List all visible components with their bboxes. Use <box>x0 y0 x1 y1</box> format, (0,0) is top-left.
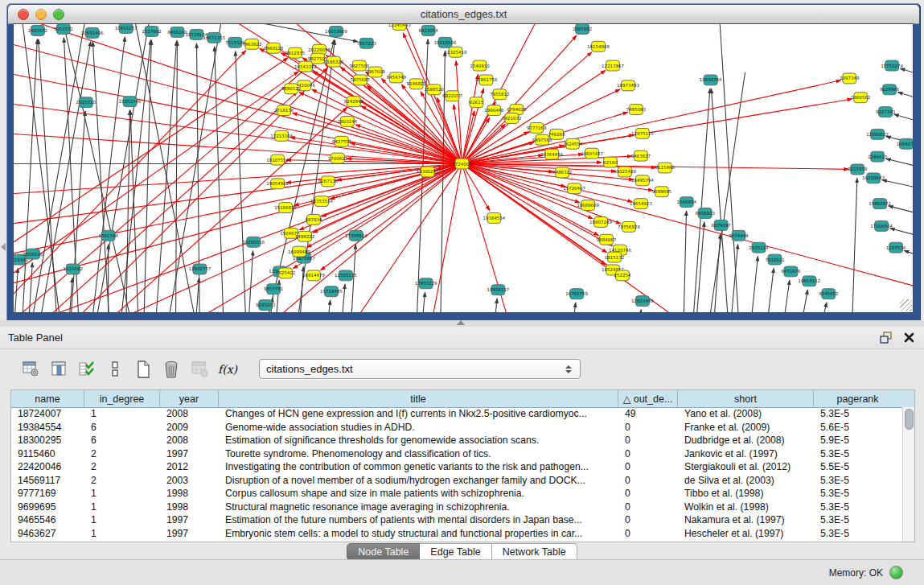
panel-collapse-handle-icon[interactable] <box>1 243 6 251</box>
graph-node[interactable]: 252254 <box>614 270 631 281</box>
graph-node[interactable]: 15892971 <box>869 199 891 209</box>
graph-node[interactable]: 1664875 <box>897 138 913 149</box>
graph-node[interactable]: 10654112 <box>798 276 820 286</box>
graph-node[interactable]: 7857223 <box>357 38 377 48</box>
table-row[interactable]: 969969511998Structural magnetic resonanc… <box>11 501 903 514</box>
graph-node[interactable]: 19218506 <box>434 37 457 47</box>
graph-node[interactable]: 16961758 <box>475 75 498 85</box>
graph-node[interactable]: 9777169 <box>527 122 547 133</box>
tab-edge-table[interactable]: Edge Table <box>420 543 491 561</box>
graph-node[interactable]: 9890122 <box>281 84 301 94</box>
graph-node[interactable]: 8813054 <box>418 25 438 35</box>
graph-node[interactable]: 2405572 <box>28 25 47 35</box>
graph-node[interactable]: 6879197 <box>711 220 730 230</box>
graph-node[interactable]: 7963822 <box>242 39 261 49</box>
graph-node[interactable]: 8505610 <box>23 249 43 259</box>
graph-node[interactable]: 8960128 <box>264 43 284 53</box>
network-canvas[interactable]: 2405572505373120691406106552571527602846… <box>13 23 914 313</box>
graph-node[interactable]: 79756928 <box>618 221 640 232</box>
new-table-icon[interactable] <box>133 360 153 379</box>
graph-node[interactable]: 8471676 <box>781 266 801 277</box>
graph-node[interactable]: 2687682 <box>573 24 592 34</box>
column-header-short[interactable]: short <box>678 390 814 407</box>
table-row[interactable]: 1872400712008Changes of HCN gene express… <box>11 407 903 421</box>
graph-node[interactable]: 9242848 <box>344 97 364 107</box>
graph-node[interactable]: 1187534 <box>886 242 906 253</box>
graph-node[interactable]: 1724007 <box>452 159 471 169</box>
tab-network-table[interactable]: Network Table <box>492 543 577 561</box>
merge-columns-icon[interactable] <box>105 360 125 379</box>
graph-node[interactable]: 10688609 <box>577 200 599 211</box>
table-row[interactable]: 1830029562008Estimation of significance … <box>11 434 903 447</box>
graph-node[interactable]: 2935114 <box>749 242 769 253</box>
graph-node[interactable]: 1115682 <box>64 264 83 274</box>
graph-node[interactable]: 12975115 <box>631 128 654 138</box>
column-header-year[interactable]: year <box>160 390 219 407</box>
column-header-name[interactable]: name <box>11 390 84 407</box>
table-row[interactable]: 977716911998Corpus callosum shape and si… <box>11 487 903 501</box>
graph-node[interactable]: 12213967 <box>602 60 624 71</box>
graph-node[interactable]: 16782759 <box>565 289 588 299</box>
graph-node[interactable]: 16914479 <box>302 270 325 281</box>
graph-node[interactable]: 9474444 <box>729 230 749 241</box>
float-panel-icon[interactable] <box>880 332 893 344</box>
graph-node[interactable]: 1498222 <box>295 231 314 241</box>
table-selector-dropdown[interactable]: citations_edges.txt <box>259 359 581 379</box>
graph-node[interactable]: 8938923 <box>696 208 716 219</box>
import-table-icon[interactable] <box>190 360 209 379</box>
graph-node[interactable]: 1815132 <box>605 252 624 262</box>
graph-node[interactable]: 15751074 <box>881 60 903 71</box>
column-header-title[interactable]: title <box>219 390 618 407</box>
graph-node[interactable]: 8466160 <box>167 27 187 37</box>
graph-node[interactable]: 1866562 <box>851 93 870 103</box>
table-row[interactable]: 1938455462009Genome-wide association stu… <box>11 421 903 435</box>
graph-node[interactable]: 887834 <box>306 215 322 225</box>
graph-node[interactable]: 17016504 <box>870 220 893 231</box>
graph-node[interactable]: 8454749 <box>387 72 407 83</box>
graph-node[interactable]: 16154808 <box>587 41 610 51</box>
graph-node[interactable]: 16210643 <box>862 173 885 183</box>
graph-node[interactable]: 8912935 <box>285 47 305 58</box>
graph-node[interactable]: 6822057 <box>442 91 462 101</box>
graph-node[interactable]: 5421072 <box>502 113 521 124</box>
table-settings-icon[interactable] <box>21 360 40 379</box>
graph-node[interactable]: 7485083 <box>626 105 647 115</box>
network-graph-svg[interactable]: 2405572505373120691406106552571527602846… <box>14 24 913 312</box>
graph-node[interactable]: 1588520 <box>424 84 444 95</box>
graph-node[interactable]: 18495794 <box>631 175 654 186</box>
graph-node[interactable]: 1244413 <box>868 151 888 162</box>
graph-node[interactable]: 12325419 <box>445 47 467 57</box>
graph-node[interactable]: 19384554 <box>483 213 505 224</box>
table-column-icon[interactable] <box>49 360 68 379</box>
graph-node[interactable]: 1527602 <box>142 26 161 36</box>
graph-node[interactable]: 2803144 <box>338 117 358 127</box>
divider-expand-icon[interactable] <box>457 320 465 325</box>
column-header-in_degree[interactable]: in_degree <box>84 390 160 407</box>
graph-node[interactable]: 62160 <box>603 157 618 167</box>
table-row[interactable]: 911546021997Tourette syndrome. Phenomeno… <box>11 447 903 461</box>
graph-node[interactable]: 8215958 <box>848 164 868 175</box>
graph-node[interactable]: 2967608 <box>366 67 386 77</box>
graph-node[interactable]: 19654923 <box>630 199 652 209</box>
graph-node[interactable]: 10648784 <box>700 75 722 85</box>
split-pane-divider[interactable] <box>0 320 924 327</box>
graph-node[interactable]: 8427552 <box>332 136 351 146</box>
graph-node[interactable]: 5053731 <box>54 24 73 34</box>
graph-node[interactable]: 19958107 <box>487 285 509 295</box>
graph-node[interactable]: 9245033 <box>256 300 276 311</box>
graph-node[interactable]: 9245652 <box>819 289 838 299</box>
graph-node[interactable]: 1097349 <box>840 73 860 84</box>
table-row[interactable]: 946362711997Embryonic stem cells: a mode… <box>11 527 903 541</box>
graph-node[interactable]: 21053346 <box>119 97 142 107</box>
graph-node[interactable]: 10655257 <box>115 24 138 33</box>
graph-node[interactable]: 9129966 <box>880 84 900 95</box>
graph-node[interactable]: 12942757 <box>188 264 211 274</box>
graph-node[interactable]: 12093822 <box>866 129 889 139</box>
graph-node[interactable]: 9884067 <box>597 234 616 245</box>
graph-node[interactable]: 9857791 <box>264 284 283 295</box>
graph-node[interactable]: 16033809 <box>325 26 347 36</box>
close-panel-icon[interactable] <box>904 332 914 343</box>
graph-node[interactable]: 17359924 <box>345 230 368 241</box>
table-vertical-scrollbar[interactable] <box>902 407 914 542</box>
graph-node[interactable]: 20206556 <box>242 237 265 247</box>
